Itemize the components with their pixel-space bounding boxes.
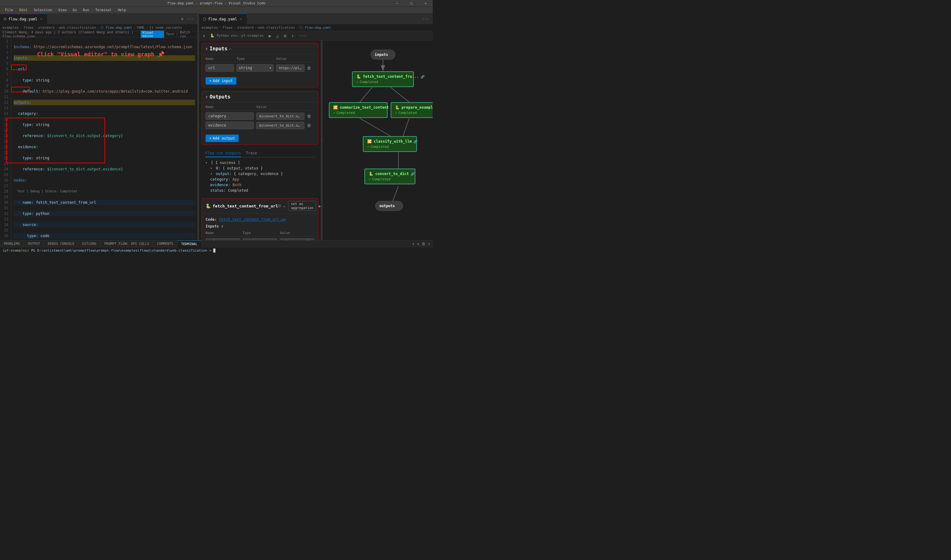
run-flow-btn[interactable]: ▶ bbox=[267, 33, 272, 39]
rb-flows[interactable]: flows bbox=[222, 26, 233, 30]
node-card-header: 🐍 fetch_text_content_from_url ⧉ ✏ set as… bbox=[202, 198, 318, 214]
menu-selection[interactable]: Selection bbox=[31, 7, 55, 14]
output-delete-category[interactable]: 🗑 bbox=[307, 114, 314, 118]
validate-btn[interactable]: △ bbox=[275, 33, 280, 39]
output-name-evidence[interactable]: evidence bbox=[205, 122, 254, 129]
input-name-url[interactable]: url bbox=[205, 64, 234, 72]
more-actions-right[interactable]: ··· bbox=[421, 16, 430, 22]
inputs-table: Name Type Value url string ▾ https://pla… bbox=[202, 54, 318, 76]
tab-close-left[interactable]: ✕ bbox=[39, 17, 43, 21]
code-label: Code: bbox=[205, 217, 219, 222]
inputs-toggle[interactable]: ∨ bbox=[221, 224, 224, 228]
code-content[interactable]: $schema: https://azuremlschemas.azureedg… bbox=[11, 37, 198, 240]
rb-standard[interactable]: standard bbox=[237, 26, 253, 30]
input-delete-url[interactable]: 🗑 bbox=[307, 65, 314, 71]
add-output-plus: + bbox=[209, 136, 212, 140]
graph-node-convert[interactable]: 🐍 convert_to_dict 🔗 ✓ Completed bbox=[364, 169, 415, 184]
tab-output[interactable]: OUTPUT bbox=[24, 240, 44, 247]
menu-go[interactable]: Go bbox=[70, 7, 79, 14]
tree-item-0[interactable]: ▾ 0: { output, status } bbox=[210, 165, 315, 171]
tab-terminal[interactable]: TERMINAL bbox=[178, 240, 202, 247]
tab-gitlens[interactable]: GITLENS bbox=[79, 240, 100, 247]
breadcrumb-yaml[interactable]: YAML bbox=[137, 26, 145, 30]
breadcrumb-standard[interactable]: standard bbox=[38, 26, 54, 30]
add-input-button[interactable]: + Add input bbox=[205, 77, 236, 85]
rb-file[interactable]: ⬡ flow.dag.yaml bbox=[300, 26, 331, 30]
tab-problems[interactable]: PROBLEMS bbox=[0, 240, 24, 247]
add-output-button[interactable]: + Add output bbox=[205, 135, 239, 142]
close-panel-btn[interactable]: ∧ bbox=[428, 242, 430, 246]
menu-run[interactable]: Run bbox=[80, 7, 91, 14]
node-edit-btn[interactable]: ✏ bbox=[283, 204, 286, 208]
menu-view[interactable]: View bbox=[56, 7, 69, 14]
more-options-btn[interactable]: ··· bbox=[298, 33, 308, 39]
close-btn[interactable]: ✕ bbox=[418, 0, 433, 7]
breadcrumb-examples[interactable]: examples bbox=[3, 26, 19, 30]
menu-file[interactable]: File bbox=[3, 7, 16, 14]
outputs-label: Outputs bbox=[210, 94, 230, 100]
output-value-evidence[interactable]: ${convert_to_dict.output.eviden bbox=[256, 122, 304, 129]
set-aggregation-btn[interactable]: set as aggregation bbox=[288, 201, 316, 211]
graph-node-fetch[interactable]: 🐍 fetch_text_content_fro... 🔗 ✓ Complete… bbox=[352, 71, 414, 87]
inputs-collapse[interactable]: ∨ bbox=[205, 47, 208, 51]
add-output-label: Add output bbox=[213, 136, 235, 140]
menu-edit[interactable]: Edit bbox=[17, 7, 30, 14]
tab-prompt-flow-api[interactable]: PROMPT FLOW: API CALLS bbox=[100, 240, 153, 247]
tab-debug-console[interactable]: DEBUG CONSOLE bbox=[44, 240, 79, 247]
menu-help[interactable]: Help bbox=[115, 7, 128, 14]
tab-actions-left: ⇅ ··· bbox=[178, 16, 198, 22]
outputs-collapse[interactable]: ∨ bbox=[205, 95, 208, 99]
input-type-url[interactable]: string ▾ bbox=[236, 64, 273, 72]
node-run-btn[interactable]: ▶ bbox=[319, 204, 321, 208]
tree-success[interactable]: ▾ [ 1 success ] bbox=[205, 160, 315, 165]
input-value-url[interactable]: https://play.g... bbox=[276, 65, 304, 72]
breadcrumb-node-variants[interactable]: {} node_variants bbox=[149, 26, 182, 30]
graph-node-classify[interactable]: 🔀 classify_with_llm 🔗 ✓ Completed bbox=[363, 136, 417, 152]
line-numbers: 1 2 3 4 5 6 7 8 9 10 11 12 13 14 15 16 1… bbox=[0, 37, 11, 240]
breadcrumb-flows[interactable]: flows bbox=[23, 26, 34, 30]
rb-examples[interactable]: examples bbox=[202, 26, 218, 30]
output-name-category[interactable]: category bbox=[205, 112, 254, 120]
add-node-btn[interactable]: + bbox=[202, 33, 207, 39]
tab-flow-dag-left[interactable]: ⬡ flow.dag.yaml ✕ bbox=[0, 14, 47, 25]
convert-link-icon[interactable]: 🔗 bbox=[411, 172, 414, 175]
output-value-category[interactable]: ${convert_to_dict.output.catego bbox=[256, 113, 304, 120]
test-link[interactable]: Test bbox=[166, 32, 174, 36]
graph-node-prepare[interactable]: 🐍 prepare_examples 🔗 ✓ Completed bbox=[391, 102, 433, 118]
tab-close-right[interactable]: ✕ bbox=[239, 17, 243, 21]
maximize-btn[interactable]: □ bbox=[404, 0, 418, 7]
tree-output[interactable]: ▾ output: { category, evidence } bbox=[210, 171, 315, 177]
fetch-link-icon[interactable]: 🔗 bbox=[421, 75, 425, 78]
split-editor-btn[interactable]: ⇅ bbox=[180, 16, 185, 22]
kill-terminal-btn[interactable]: 🗑 bbox=[422, 242, 426, 246]
tab-flow-run-outputs[interactable]: Flow run outputs bbox=[205, 151, 241, 157]
tab-comments[interactable]: COMMENTS bbox=[153, 240, 178, 247]
inputs-table-header: Name Type Value bbox=[205, 57, 314, 62]
split-terminal-btn[interactable]: ⇅ bbox=[417, 242, 419, 246]
new-terminal-btn[interactable]: + bbox=[412, 242, 414, 246]
node-input-name: url bbox=[205, 238, 240, 240]
settings-btn[interactable]: ⚙ bbox=[283, 33, 287, 39]
graph-node-summarize[interactable]: 🔀 summarize_text_content 🔗 ✓ Completed bbox=[329, 102, 388, 118]
graph-node-outputs[interactable]: outputs bbox=[375, 201, 403, 211]
inputs-edit-icon[interactable]: ✏ bbox=[229, 47, 232, 51]
minimize-btn[interactable]: ─ bbox=[390, 0, 404, 7]
batch-run-link[interactable]: Batch run bbox=[180, 30, 195, 38]
classify-link-icon[interactable]: 🔗 bbox=[414, 140, 417, 143]
more-actions-btn[interactable]: ··· bbox=[186, 16, 195, 22]
breadcrumb-file[interactable]: ⬡ flow.dag.yaml bbox=[100, 26, 132, 30]
code-file-link[interactable]: fetch_text_content_from_url.py bbox=[219, 217, 286, 222]
input-row-url: url string ▾ https://play.g... 🗑 bbox=[205, 64, 314, 72]
tab-trace[interactable]: Trace bbox=[246, 151, 257, 157]
graph-node-inputs[interactable]: inputs bbox=[371, 50, 395, 60]
output-delete-evidence[interactable]: 🗑 bbox=[307, 123, 314, 128]
terminal-content[interactable]: (pf-examples) PS D:\enlistment\aml\promp… bbox=[0, 247, 433, 255]
tab-flow-dag-right[interactable]: ⬡ flow.dag.yaml ✕ bbox=[199, 14, 247, 25]
node-input-value[interactable]: ${inputs.url} bbox=[280, 238, 314, 240]
breadcrumb-web-class[interactable]: web-classification bbox=[59, 26, 96, 30]
visual-editor-button[interactable]: Visual editor bbox=[140, 31, 164, 38]
export-btn[interactable]: ↑ bbox=[290, 33, 295, 39]
node-copy-btn[interactable]: ⧉ bbox=[278, 203, 281, 208]
menu-terminal[interactable]: Terminal bbox=[93, 7, 114, 14]
rb-web-class[interactable]: web-classification bbox=[258, 26, 295, 30]
